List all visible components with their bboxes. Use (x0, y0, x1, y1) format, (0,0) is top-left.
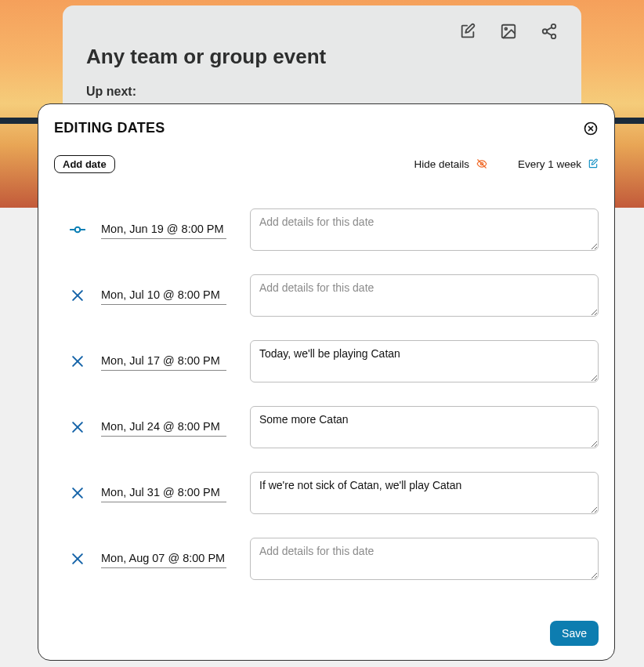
details-input[interactable] (250, 538, 599, 580)
eye-off-icon[interactable] (476, 158, 488, 169)
remove-date-icon[interactable] (70, 419, 85, 435)
svg-line-6 (547, 27, 552, 31)
editing-dates-modal: EDITING DATES Add date Hide details Ever… (38, 103, 615, 661)
remove-date-icon[interactable] (70, 551, 85, 567)
details-input[interactable]: Some more Catan (250, 406, 599, 448)
details-input[interactable] (250, 274, 599, 317)
date-text-wrap (101, 419, 234, 437)
up-next-label: Up next: (86, 85, 558, 99)
image-icon[interactable] (500, 23, 517, 40)
svg-point-1 (505, 27, 507, 30)
modal-title: EDITING DATES (54, 120, 165, 136)
date-text-wrap (101, 484, 234, 502)
add-date-button[interactable]: Add date (54, 155, 115, 173)
share-icon[interactable] (541, 23, 558, 40)
date-input[interactable] (101, 550, 226, 568)
date-row (70, 208, 599, 251)
date-row: Some more Catan (70, 406, 599, 448)
date-text-wrap (101, 221, 234, 239)
save-button[interactable]: Save (550, 621, 599, 646)
hide-details-label[interactable]: Hide details (414, 158, 469, 170)
date-row: Today, we'll be playing Catan (70, 340, 599, 382)
edit-recurrence-icon[interactable] (588, 158, 599, 169)
svg-line-5 (547, 32, 552, 35)
date-text-wrap (101, 353, 234, 371)
recurrence-label[interactable]: Every 1 week (518, 158, 581, 170)
date-row: If we're not sick of Catan, we'll play C… (70, 472, 599, 514)
date-row (70, 274, 599, 317)
details-input[interactable]: Today, we'll be playing Catan (250, 340, 599, 382)
right-controls: Hide details Every 1 week (414, 158, 599, 170)
remove-date-icon[interactable] (70, 485, 85, 501)
card-toolbar (86, 23, 558, 40)
date-input[interactable] (101, 287, 226, 305)
modal-controls: Add date Hide details Every 1 week (54, 154, 599, 174)
date-input[interactable] (101, 484, 226, 502)
date-rows: Today, we'll be playing Catan Some more … (54, 208, 599, 580)
remove-date-icon[interactable] (70, 288, 85, 303)
date-text-wrap (101, 287, 234, 305)
event-title: Any team or group event (86, 45, 558, 69)
close-icon[interactable] (583, 121, 599, 136)
date-input[interactable] (101, 353, 226, 371)
date-text-wrap (101, 550, 234, 568)
details-input[interactable] (250, 208, 599, 251)
date-input[interactable] (101, 221, 226, 239)
current-date-icon (70, 222, 85, 237)
edit-icon[interactable] (459, 23, 476, 40)
remove-date-icon[interactable] (70, 353, 85, 369)
date-input[interactable] (101, 419, 226, 437)
date-row (70, 538, 599, 580)
modal-header: EDITING DATES (54, 120, 599, 136)
modal-footer: Save (54, 621, 599, 646)
details-input[interactable]: If we're not sick of Catan, we'll play C… (250, 472, 599, 514)
